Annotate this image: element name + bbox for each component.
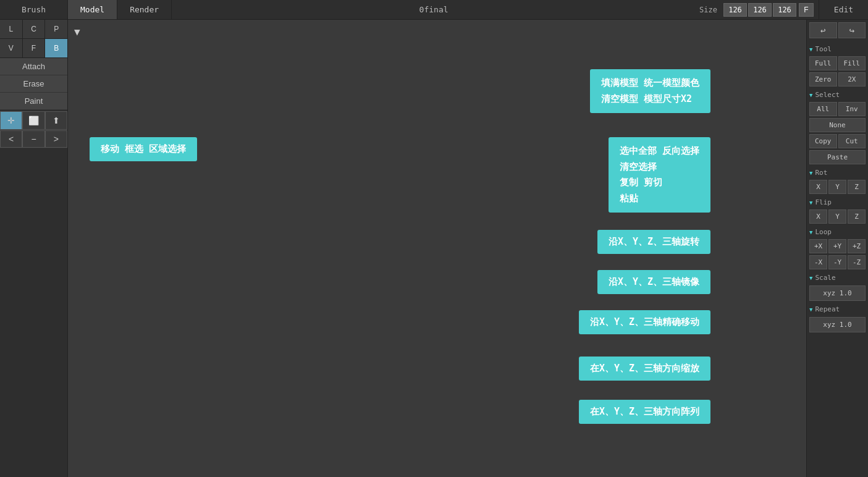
scale-xyz-button[interactable]: xyz 1.0 — [809, 285, 866, 301]
scale-section-label: ▼ Scale — [809, 274, 866, 282]
size-y-input[interactable] — [748, 3, 772, 17]
loop-pz-button[interactable]: +Z — [848, 239, 866, 253]
attach-button[interactable]: Attach — [0, 58, 67, 75]
loop-triangle-icon: ▼ — [809, 229, 812, 235]
transform-tool[interactable]: ⬆ — [45, 111, 67, 130]
rot-btns-row: X Y Z — [809, 180, 866, 194]
tool-row: ✛ ⬜ ⬆ — [0, 111, 67, 130]
tool-btns-row1: Full Fill — [809, 56, 866, 70]
tooltip-array: 在X、Y、Z、三轴方向阵列 — [579, 400, 710, 424]
main-layout: L C P V F B Attach Erase Paint ✛ ⬜ ⬆ < −… — [0, 20, 868, 477]
nav-minus[interactable]: − — [22, 130, 44, 148]
size-inputs — [721, 3, 799, 17]
repeat-xyz-button[interactable]: xyz 1.0 — [809, 317, 866, 332]
loop-pos-row: +X +Y +Z — [809, 239, 866, 253]
cut-button[interactable]: Cut — [838, 134, 866, 148]
rot-x-button[interactable]: X — [809, 180, 827, 194]
tab-model[interactable]: Model — [68, 0, 117, 19]
flip-z-button[interactable]: Z — [848, 209, 866, 224]
all-button[interactable]: All — [809, 102, 837, 116]
f-button[interactable]: F — [799, 3, 814, 17]
repeat-section-label: ▼ Repeat — [809, 305, 866, 313]
fill-button[interactable]: Fill — [838, 56, 866, 70]
loop-section-label: ▼ Loop — [809, 228, 866, 236]
tool-btns-row2: Zero 2X — [809, 72, 866, 87]
flip-triangle-icon: ▼ — [809, 200, 812, 206]
loop-ny-button[interactable]: -Y — [828, 255, 846, 269]
lcp-row: L C P — [0, 20, 67, 39]
select-btns-row1: All Inv — [809, 102, 866, 116]
tooltip-precise-move: 沿X、Y、Z、三轴精确移动 — [579, 310, 710, 334]
tool-triangle-icon: ▼ — [809, 46, 812, 53]
erase-button[interactable]: Erase — [0, 75, 67, 93]
left-sidebar: L C P V F B Attach Erase Paint ✛ ⬜ ⬆ < −… — [0, 20, 68, 477]
redo-button[interactable]: ↪ — [838, 22, 866, 38]
full-button[interactable]: Full — [809, 56, 837, 70]
repeat-triangle-icon: ▼ — [809, 306, 812, 313]
undo-redo-row: ↩ ↪ — [809, 22, 866, 38]
size-label: Size — [696, 6, 721, 14]
select-tool[interactable]: ⬜ — [22, 111, 44, 130]
top-tabs: Model Render — [68, 0, 172, 19]
tooltip-select: 选中全部 反向选择 清空选择 复制 剪切 粘贴 — [609, 137, 710, 213]
tooltip-move: 移动 框选 区域选择 — [90, 137, 197, 161]
rot-section-label: ▼ Rot — [809, 169, 866, 177]
right-sidebar: ↩ ↪ ▼ Tool Full Fill Zero 2X ▼ Select Al… — [806, 20, 868, 477]
flip-x-button[interactable]: X — [809, 209, 827, 224]
tab-render[interactable]: Render — [117, 0, 172, 19]
btn-v[interactable]: V — [0, 39, 23, 57]
size-x-input[interactable] — [723, 3, 747, 17]
2x-button[interactable]: 2X — [838, 72, 866, 87]
tool-section-label: ▼ Tool — [809, 45, 866, 53]
paint-button[interactable]: Paint — [0, 93, 67, 110]
nav-prev[interactable]: < — [0, 130, 22, 148]
zero-button[interactable]: Zero — [809, 72, 837, 87]
move-tool[interactable]: ✛ — [0, 111, 22, 130]
brush-label: Brush — [0, 0, 68, 19]
top-bar: Brush Model Render 0final Size F Edit — [0, 0, 868, 20]
flip-y-button[interactable]: Y — [828, 209, 846, 224]
btn-p[interactable]: P — [45, 20, 67, 38]
vfb-row: V F B — [0, 39, 67, 58]
tooltip-model: 填满模型 统一模型颜色 清空模型 模型尺寸X2 — [590, 69, 710, 113]
tooltip-rotate: 沿X、Y、Z、三轴旋转 — [597, 230, 710, 254]
paste-button[interactable]: Paste — [809, 150, 866, 164]
rot-y-button[interactable]: Y — [828, 180, 846, 194]
copy-button[interactable]: Copy — [809, 134, 837, 148]
dropdown-arrow-icon[interactable]: ▼ — [74, 26, 80, 38]
btn-c[interactable]: C — [23, 20, 46, 38]
none-button[interactable]: None — [809, 118, 866, 132]
loop-nz-button[interactable]: -Z — [848, 255, 866, 269]
rot-triangle-icon: ▼ — [809, 170, 812, 176]
canvas-area[interactable]: ▼ 移动 框选 区域选择 填满模型 统一模型颜色 清空模型 模型尺寸X2 选中全… — [68, 20, 806, 477]
canvas-title: 0final — [172, 5, 696, 14]
select-section-label: ▼ Select — [809, 91, 866, 99]
rot-z-button[interactable]: Z — [848, 180, 866, 194]
loop-px-button[interactable]: +X — [809, 239, 827, 253]
size-z-input[interactable] — [773, 3, 796, 17]
btn-b[interactable]: B — [45, 39, 67, 57]
scale-triangle-icon: ▼ — [809, 275, 812, 281]
select-btns-row4: Paste — [809, 150, 866, 164]
loop-py-button[interactable]: +Y — [828, 239, 846, 253]
tooltip-mirror: 沿X、Y、Z、三轴镜像 — [597, 270, 710, 294]
nav-next[interactable]: > — [45, 130, 67, 148]
select-triangle-icon: ▼ — [809, 92, 812, 98]
btn-f[interactable]: F — [23, 39, 46, 57]
undo-button[interactable]: ↩ — [809, 22, 837, 38]
flip-section-label: ▼ Flip — [809, 198, 866, 206]
tooltip-scale: 在X、Y、Z、三轴方向缩放 — [579, 357, 710, 381]
loop-neg-row: -X -Y -Z — [809, 255, 866, 269]
nav-row: < − > — [0, 130, 67, 148]
inv-button[interactable]: Inv — [838, 102, 866, 116]
select-btns-row2: None — [809, 118, 866, 132]
loop-nx-button[interactable]: -X — [809, 255, 827, 269]
select-btns-row3: Copy Cut — [809, 134, 866, 148]
edit-label: Edit — [819, 0, 868, 19]
btn-l[interactable]: L — [0, 20, 23, 38]
flip-btns-row: X Y Z — [809, 209, 866, 224]
